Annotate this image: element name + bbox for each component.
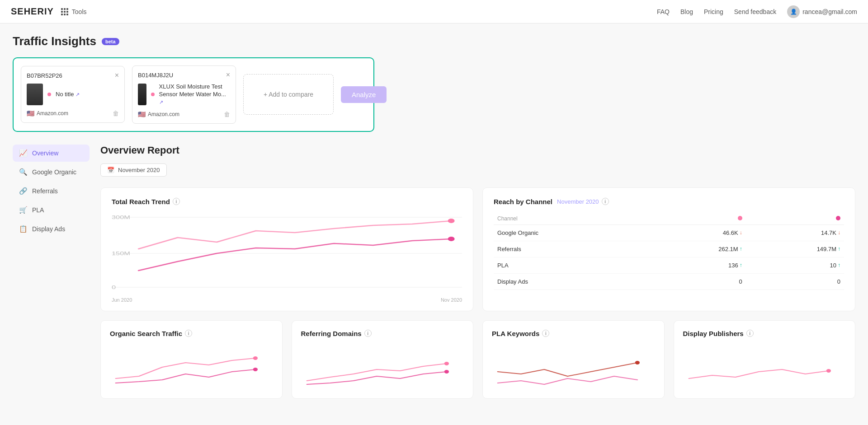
main-layout: 📈 Overview 🔍 Google Organic 🔗 Referrals … bbox=[13, 145, 855, 399]
col-channel: Channel bbox=[494, 213, 647, 225]
page-content: Traffic Insights beta B07BR52P26 × No ti… bbox=[0, 23, 868, 410]
svg-point-9 bbox=[253, 368, 258, 371]
total-reach-trend-chart: 300M 150M 0 Jun 2020 bbox=[112, 213, 462, 303]
channel-val2-1: 14.7K ↓ bbox=[746, 224, 844, 241]
organic-search-traffic-title: Organic Search Traffic i bbox=[110, 330, 273, 337]
calendar-icon: 📅 bbox=[107, 167, 114, 173]
x-label-start: Jun 2020 bbox=[112, 297, 132, 303]
organic-search-info-icon[interactable]: i bbox=[185, 330, 192, 337]
legend-dot-pink bbox=[738, 216, 742, 220]
trash-icon-2[interactable]: 🗑 bbox=[224, 111, 230, 118]
legend-dot-pink2 bbox=[836, 216, 840, 220]
google-organic-icon: 🔍 bbox=[19, 168, 28, 176]
col-dot2 bbox=[746, 213, 844, 225]
svg-point-12 bbox=[635, 361, 640, 364]
table-row: Display Ads 0 0 bbox=[494, 273, 844, 290]
tools-label: Tools bbox=[72, 8, 87, 15]
sidebar-item-pla[interactable]: 🛒 PLA bbox=[13, 201, 90, 219]
product-card-1: B07BR52P26 × No title ↗ 🇺🇸 Amazon.com 🗑 bbox=[21, 66, 125, 123]
reach-table: Channel Google Organic 46.6K ↓ 14.7K ↓ bbox=[494, 213, 844, 290]
pla-keywords-card: PLA Keywords i bbox=[482, 320, 665, 399]
trash-icon-1[interactable]: 🗑 bbox=[113, 110, 119, 117]
page-title: Traffic Insights bbox=[13, 34, 96, 48]
logo[interactable]: SEHERIY bbox=[11, 6, 54, 17]
page-title-row: Traffic Insights beta bbox=[13, 34, 855, 48]
display-publishers-info-icon[interactable]: i bbox=[746, 330, 754, 337]
reach-by-channel-subtitle: November 2020 bbox=[557, 198, 599, 205]
col-dot1 bbox=[647, 213, 745, 225]
total-reach-trend-title: Total Reach Trend i bbox=[112, 198, 462, 205]
arrow-up-icon: ↑ bbox=[838, 246, 840, 252]
analyze-button[interactable]: Analyze bbox=[341, 86, 387, 103]
amazon-flag-2: 🇺🇸 Amazon.com bbox=[138, 111, 179, 118]
channel-val1-2: 262.1M ↑ bbox=[647, 241, 745, 257]
tools-menu[interactable]: Tools bbox=[61, 8, 87, 15]
flag-emoji-2: 🇺🇸 bbox=[138, 111, 146, 118]
channel-val2-2: 149.7M ↑ bbox=[746, 241, 844, 257]
referring-domains-info-icon[interactable]: i bbox=[364, 330, 372, 337]
sidebar-label-overview: Overview bbox=[32, 149, 58, 157]
product-close-btn-1[interactable]: × bbox=[115, 72, 119, 79]
table-row: Google Organic 46.6K ↓ 14.7K ↓ bbox=[494, 224, 844, 241]
product-dot-1 bbox=[47, 93, 51, 96]
pla-keywords-info-icon[interactable]: i bbox=[542, 330, 549, 337]
total-reach-trend-card: Total Reach Trend i 300M 150M 0 bbox=[100, 187, 473, 311]
faq-link[interactable]: FAQ bbox=[657, 8, 670, 15]
reach-by-channel-card: Reach by Channel November 2020 i Channel bbox=[482, 187, 855, 311]
total-reach-info-icon[interactable]: i bbox=[173, 198, 180, 205]
display-publishers-card: Display Publishers i bbox=[674, 320, 856, 399]
table-row: Referrals 262.1M ↑ 149.7M ↑ bbox=[494, 241, 844, 257]
marketplace-2: Amazon.com bbox=[148, 111, 179, 117]
svg-point-8 bbox=[253, 356, 258, 360]
svg-text:0: 0 bbox=[112, 284, 116, 290]
add-compare-button[interactable]: + Add to compare bbox=[243, 74, 334, 115]
date-filter[interactable]: 📅 November 2020 bbox=[100, 163, 167, 177]
product-footer-1: 🇺🇸 Amazon.com 🗑 bbox=[27, 110, 119, 117]
svg-point-11 bbox=[444, 370, 448, 374]
beta-badge: beta bbox=[102, 38, 119, 45]
flag-emoji-1: 🇺🇸 bbox=[27, 110, 34, 117]
product-card-body-1: No title ↗ bbox=[27, 84, 119, 105]
channel-name-1: Google Organic bbox=[494, 224, 647, 241]
channel-val1-1: 46.6K ↓ bbox=[647, 224, 745, 241]
user-info[interactable]: 👤 rancea@gmail.com bbox=[787, 5, 857, 18]
overview-icon: 📈 bbox=[19, 149, 28, 157]
app-header: SEHERIY Tools FAQ Blog Pricing Send feed… bbox=[0, 0, 868, 23]
sidebar-item-referrals[interactable]: 🔗 Referrals bbox=[13, 182, 90, 200]
content-area: Overview Report 📅 November 2020 Total Re… bbox=[100, 145, 855, 399]
reach-by-channel-info-icon[interactable]: i bbox=[602, 198, 609, 205]
pricing-link[interactable]: Pricing bbox=[704, 8, 723, 15]
product-image-2 bbox=[138, 84, 146, 105]
channel-val1-4: 0 bbox=[647, 273, 745, 290]
blog-link[interactable]: Blog bbox=[680, 8, 693, 15]
display-ads-icon: 📋 bbox=[19, 225, 28, 233]
arrow-up-icon: ↑ bbox=[740, 262, 742, 268]
table-row: PLA 136 ↑ 10 ↑ bbox=[494, 257, 844, 273]
organic-search-traffic-card: Organic Search Traffic i bbox=[100, 320, 283, 399]
reach-by-channel-title: Reach by Channel November 2020 i bbox=[494, 198, 844, 205]
marketplace-1: Amazon.com bbox=[37, 110, 68, 117]
sidebar-item-overview[interactable]: 📈 Overview bbox=[13, 145, 90, 162]
sidebar-label-google-organic: Google Organic bbox=[32, 168, 76, 176]
product-close-btn-2[interactable]: × bbox=[226, 71, 230, 79]
add-compare-label: + Add to compare bbox=[264, 91, 313, 98]
send-feedback-link[interactable]: Send feedback bbox=[734, 8, 776, 15]
channel-val2-4: 0 bbox=[746, 273, 844, 290]
amazon-flag-1: 🇺🇸 Amazon.com bbox=[27, 110, 68, 117]
svg-point-7 bbox=[448, 237, 455, 241]
svg-point-13 bbox=[826, 369, 830, 373]
sidebar-item-display-ads[interactable]: 📋 Display Ads bbox=[13, 220, 90, 238]
referring-domains-title: Referring Domains i bbox=[301, 330, 464, 337]
overview-report-title: Overview Report bbox=[100, 145, 855, 156]
arrow-down-icon: ↓ bbox=[838, 229, 840, 236]
svg-point-6 bbox=[448, 219, 455, 223]
date-filter-label: November 2020 bbox=[118, 167, 160, 173]
header-right: FAQ Blog Pricing Send feedback 👤 rancea@… bbox=[657, 5, 857, 18]
sidebar-item-google-organic[interactable]: 🔍 Google Organic bbox=[13, 163, 90, 181]
product-card-header-2: B014MJ8J2U × bbox=[138, 71, 230, 79]
arrow-down-icon: ↓ bbox=[740, 229, 742, 236]
product-name-2: XLUX Soil Moisture Test Sensor Meter Wat… bbox=[159, 83, 230, 106]
pla-icon: 🛒 bbox=[19, 206, 28, 214]
arrow-up-icon: ↑ bbox=[838, 262, 840, 268]
user-email: rancea@gmail.com bbox=[802, 8, 857, 15]
